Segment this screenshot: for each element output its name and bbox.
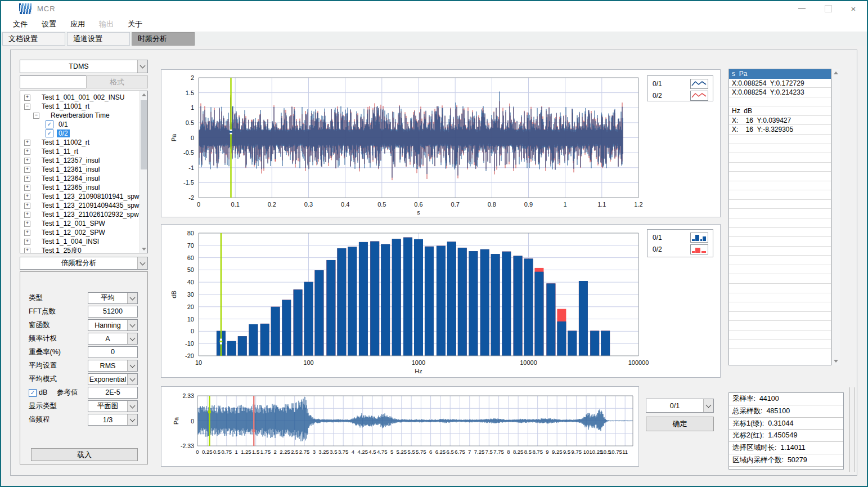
overview-chart-svg[interactable]: 00.250.50.7511.251.51.7522.252.52.7533.2… xyxy=(161,387,638,466)
chevron-down-icon[interactable] xyxy=(127,333,137,344)
readout-row[interactable] xyxy=(729,247,831,256)
tree-item[interactable]: +Test 1_12_001_SPW xyxy=(20,219,147,228)
tree-expander-icon[interactable]: + xyxy=(24,212,30,218)
field-input-value[interactable]: 2E-5 xyxy=(88,387,138,399)
readout-row[interactable]: X: 16 Y:-8.329305 xyxy=(729,125,831,135)
tree-item[interactable]: +Test 1_12_002_SPW xyxy=(20,228,147,237)
readout-row[interactable]: X:0.088254 Y:0.172729 xyxy=(729,79,831,88)
close-button[interactable]: × xyxy=(845,3,862,14)
tree-item[interactable]: ✓0/1 xyxy=(20,120,147,129)
readout-row[interactable] xyxy=(729,312,831,321)
tab-1[interactable]: 通道设置 xyxy=(67,32,130,46)
tree-item[interactable]: −Test 1_11001_rt xyxy=(20,102,147,111)
menu-item-1[interactable]: 设置 xyxy=(37,17,61,31)
checkbox-icon[interactable]: ✓ xyxy=(46,129,53,137)
tab-2[interactable]: 时频分析 xyxy=(132,32,195,46)
tree-item[interactable]: +Test 1_11002_rt xyxy=(20,138,147,147)
readout-row[interactable] xyxy=(729,181,831,191)
search-input[interactable] xyxy=(20,75,87,88)
field-input[interactable]: 0 xyxy=(88,346,138,358)
readout-row[interactable] xyxy=(729,172,831,181)
window-titlebar[interactable]: MCR × xyxy=(0,0,868,17)
readout-row[interactable] xyxy=(729,321,831,330)
chevron-down-icon[interactable] xyxy=(127,360,137,371)
tree-item[interactable]: +Test 1_12361_insul xyxy=(20,165,147,174)
scroll-down-icon[interactable] xyxy=(832,358,840,365)
readout-row[interactable] xyxy=(729,274,831,284)
scroll-down-icon[interactable] xyxy=(140,245,147,253)
field-input-value[interactable]: 51200 xyxy=(88,306,138,318)
analysis-select[interactable]: 倍频程分析 xyxy=(20,257,148,270)
time-chart-svg[interactable]: 00.10.20.30.40.50.60.70.80.911.11.2-2-1.… xyxy=(161,70,720,217)
tree-item[interactable]: +Test 1_11_rt xyxy=(20,147,147,156)
maximize-button[interactable] xyxy=(820,3,836,14)
readout-row[interactable] xyxy=(729,293,831,303)
field-select[interactable]: Exponential xyxy=(88,373,138,385)
field-select[interactable]: RMS xyxy=(88,360,138,372)
field-select[interactable]: Hanning xyxy=(88,319,138,331)
scrollbar-groove[interactable] xyxy=(849,387,855,472)
tree-expander-icon[interactable]: + xyxy=(24,221,30,227)
field-input[interactable]: 2E-5 xyxy=(88,387,138,399)
field-input-value[interactable]: 0 xyxy=(88,346,138,358)
tree-item[interactable]: +Test 1_12357_insul xyxy=(20,156,147,165)
tree-scrollbar-thumb[interactable] xyxy=(141,100,147,169)
tree-expander-icon[interactable]: − xyxy=(24,104,30,110)
tree-expander-icon[interactable]: + xyxy=(24,230,30,236)
tree-expander-icon[interactable]: + xyxy=(24,158,30,164)
readout-row[interactable] xyxy=(729,200,831,209)
field-select[interactable]: 平面图 xyxy=(88,400,138,412)
field-select[interactable]: 平均 xyxy=(88,292,138,304)
tree-item[interactable]: ✓0/2 xyxy=(20,129,147,138)
menu-item-0[interactable]: 文件 xyxy=(8,17,33,31)
chevron-down-icon[interactable] xyxy=(137,60,147,73)
tree-expander-icon[interactable]: + xyxy=(24,167,30,173)
tree-expander-icon[interactable]: + xyxy=(24,95,30,101)
tree-expander-icon[interactable]: + xyxy=(24,248,30,254)
tab-0[interactable]: 文档设置 xyxy=(2,32,65,46)
checkbox-icon[interactable]: ✓ xyxy=(46,120,53,128)
chevron-down-icon[interactable] xyxy=(137,257,147,269)
tree-expander-icon[interactable]: + xyxy=(24,176,30,182)
tree-expander-icon[interactable]: + xyxy=(24,203,30,209)
tree-item[interactable]: +Test 1_123_211026102932_spw xyxy=(20,210,147,219)
channel-select[interactable]: 0/1 xyxy=(646,399,714,413)
readout-row[interactable] xyxy=(729,284,831,293)
tree-item[interactable]: −Reverberation Time xyxy=(20,111,147,120)
readout-row[interactable] xyxy=(729,97,831,107)
chevron-down-icon[interactable] xyxy=(127,414,137,425)
readout-row[interactable] xyxy=(729,302,831,312)
readout-row[interactable] xyxy=(729,339,831,349)
tree-item[interactable]: +Test 1_12364_insul xyxy=(20,174,147,183)
tree-expander-icon[interactable]: − xyxy=(33,113,39,119)
readout-row[interactable] xyxy=(729,163,831,172)
file-tree[interactable]: +Test 1_001_001_002_INSU−Test 1_11001_rt… xyxy=(20,91,148,253)
spectrum-chart-panel[interactable]: 10100100010000100000-20-1001020304050607… xyxy=(161,224,721,378)
readout-row[interactable]: X:0.088254 Y:0.214233 xyxy=(729,88,831,97)
tree-expander-icon[interactable]: + xyxy=(24,149,30,155)
scroll-up-icon[interactable] xyxy=(832,69,840,77)
db-checkbox[interactable]: ✓ xyxy=(29,389,37,397)
readout-row[interactable]: Hz dB xyxy=(729,106,831,116)
chevron-down-icon[interactable] xyxy=(127,401,137,412)
format-select[interactable]: TDMS xyxy=(20,60,148,73)
readout-row[interactable] xyxy=(729,153,831,163)
field-select[interactable]: A xyxy=(88,333,138,345)
spectrum-chart-svg[interactable]: 10100100010000100000-20-1001020304050607… xyxy=(161,225,720,377)
readout-row[interactable] xyxy=(729,209,831,218)
field-select[interactable]: 1/3 xyxy=(88,414,138,426)
scroll-up-icon[interactable] xyxy=(140,91,147,99)
tree-expander-icon[interactable]: + xyxy=(24,239,30,245)
menu-item-3[interactable]: 输出 xyxy=(94,17,119,31)
readout-row[interactable] xyxy=(729,256,831,265)
readout-row[interactable] xyxy=(729,190,831,200)
readout-row[interactable] xyxy=(729,135,831,144)
confirm-button[interactable]: 确定 xyxy=(646,417,714,431)
tree-expander-icon[interactable]: + xyxy=(24,194,30,200)
tree-expander-icon[interactable]: + xyxy=(24,140,30,146)
tree-item[interactable]: +Test 1_12365_insul xyxy=(20,183,147,192)
overview-chart-panel[interactable]: 00.250.50.7511.251.51.7522.252.52.7533.2… xyxy=(161,386,639,467)
tree-item[interactable]: +Test 1_123_210908101941_spw xyxy=(20,192,147,201)
chevron-down-icon[interactable] xyxy=(127,374,137,385)
load-button[interactable]: 载入 xyxy=(31,448,138,461)
